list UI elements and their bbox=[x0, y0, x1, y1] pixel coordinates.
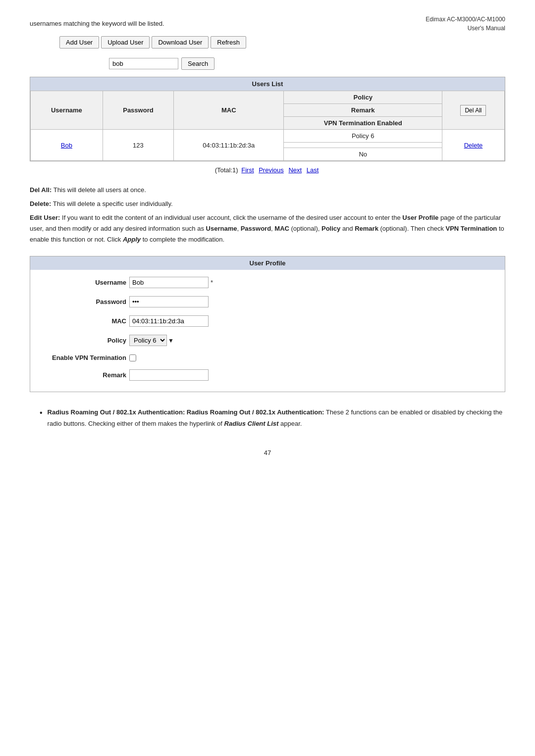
table-row: Bob 123 04:03:11:1b:2d:3a Policy 6 Delet… bbox=[31, 130, 505, 143]
password-bold: Password bbox=[241, 225, 271, 232]
form-row-vpn: Enable VPN Termination bbox=[30, 352, 505, 363]
download-user-button[interactable]: Download User bbox=[152, 36, 209, 49]
password-field[interactable] bbox=[129, 296, 209, 307]
brand-line2: User's Manual bbox=[426, 24, 505, 33]
password-label: Password bbox=[30, 298, 129, 305]
username-bold: Username bbox=[206, 225, 237, 232]
cell-remark bbox=[284, 143, 442, 148]
upload-user-button[interactable]: Upload User bbox=[101, 36, 150, 49]
col-password: Password bbox=[103, 91, 173, 130]
edit-user-label: Edit User: bbox=[30, 214, 60, 221]
radius-label1: Radius Roaming Out / 802.1x Authenticati… bbox=[48, 408, 187, 416]
radius-text2: appear. bbox=[278, 420, 302, 427]
form-row-remark: Remark bbox=[30, 367, 505, 383]
delete-label: Delete: bbox=[30, 200, 51, 207]
search-button[interactable]: Search bbox=[181, 57, 214, 70]
del-all-description: Del All: This will delete all users at o… bbox=[30, 185, 505, 196]
form-row-policy: Policy Policy 6 ▼ bbox=[30, 333, 505, 348]
refresh-button[interactable]: Refresh bbox=[211, 36, 246, 49]
col-vpn: VPN Termination Enabled bbox=[284, 117, 442, 130]
users-list-table: Users List Username Password MAC Policy … bbox=[30, 77, 505, 161]
pagination-next[interactable]: Next bbox=[288, 166, 302, 174]
dropdown-icon: ▼ bbox=[168, 337, 174, 344]
bullet-item-radius: • Radius Roaming Out / 802.1x Authentica… bbox=[40, 407, 505, 429]
user-profile-title: User Profile bbox=[30, 256, 505, 270]
users-list-title: Users List bbox=[30, 77, 505, 91]
edit-user-text9: to complete the modification. bbox=[141, 236, 224, 243]
pagination-previous[interactable]: Previous bbox=[259, 166, 284, 174]
mac-field[interactable] bbox=[129, 315, 209, 327]
pagination: (Total:1) First Previous Next Last bbox=[30, 166, 505, 174]
brand-line1: Edimax AC-M3000/AC-M1000 bbox=[426, 15, 505, 24]
col-remark: Remark bbox=[284, 104, 442, 117]
form-row-password: Password bbox=[30, 294, 505, 309]
cell-password: 123 bbox=[103, 130, 173, 161]
edit-user-description: Edit User: If you want to edit the conte… bbox=[30, 212, 505, 245]
search-row: Search bbox=[30, 57, 505, 70]
cell-mac: 04:03:11:1b:2d:3a bbox=[174, 130, 284, 161]
delete-text: This will delete a specific user individ… bbox=[53, 200, 173, 207]
description-block: Del All: This will delete all users at o… bbox=[30, 185, 505, 245]
add-user-button[interactable]: Add User bbox=[59, 36, 99, 49]
remark-bold: Remark bbox=[355, 225, 378, 232]
search-input[interactable] bbox=[109, 58, 178, 69]
cell-policy: Policy 6 bbox=[284, 130, 442, 143]
del-all-button[interactable]: Del All bbox=[460, 105, 486, 116]
col-mac: MAC bbox=[174, 91, 284, 130]
vpn-bold: VPN Termination bbox=[446, 225, 497, 232]
edit-user-text3: , bbox=[237, 225, 240, 232]
cell-username: Bob bbox=[31, 130, 103, 161]
del-all-header: Del All bbox=[442, 91, 504, 130]
brand-header: Edimax AC-M3000/AC-M1000 User's Manual bbox=[426, 15, 505, 33]
page-number: 47 bbox=[30, 449, 505, 456]
delete-description: Delete: This will delete a specific user… bbox=[30, 199, 505, 209]
cell-vpn: No bbox=[284, 148, 442, 161]
mac-bold: MAC bbox=[274, 225, 289, 232]
col-policy: Policy bbox=[284, 91, 442, 104]
edit-user-text5: (optional), bbox=[289, 225, 321, 232]
bullet-section: • Radius Roaming Out / 802.1x Authentica… bbox=[30, 407, 505, 429]
del-all-label: Del All: bbox=[30, 186, 52, 194]
vpn-label: Enable VPN Termination bbox=[30, 354, 129, 361]
vpn-checkbox[interactable] bbox=[129, 354, 136, 361]
username-required: * bbox=[211, 279, 213, 286]
pagination-first[interactable]: First bbox=[241, 166, 254, 174]
form-row-mac: MAC bbox=[30, 313, 505, 329]
bullet-dot: • bbox=[40, 407, 43, 419]
pagination-last[interactable]: Last bbox=[307, 166, 319, 174]
username-field[interactable] bbox=[129, 277, 209, 288]
user-profile-form: User Profile Username * Password MAC Pol… bbox=[30, 256, 505, 392]
del-all-text: This will delete all users at once. bbox=[54, 186, 146, 194]
form-row-username: Username * bbox=[30, 275, 505, 290]
toolbar: Add User Upload User Download User Refre… bbox=[30, 36, 505, 49]
bullet-text: Radius Roaming Out / 802.1x Authenticati… bbox=[48, 407, 505, 429]
username-label: Username bbox=[30, 279, 129, 286]
remark-field[interactable] bbox=[129, 369, 209, 381]
radius-client-list: Radius Client List bbox=[224, 420, 279, 427]
edit-user-text6: and bbox=[340, 225, 355, 232]
policy-label: Policy bbox=[30, 337, 129, 344]
bob-link[interactable]: Bob bbox=[61, 142, 72, 149]
delete-link[interactable]: Delete bbox=[464, 142, 483, 149]
apply-italic: Apply bbox=[123, 236, 141, 243]
cell-delete: Delete bbox=[442, 130, 504, 161]
col-username: Username bbox=[31, 91, 103, 130]
user-profile-bold: User Profile bbox=[402, 214, 438, 221]
profile-form-body: Username * Password MAC Policy Policy 6 … bbox=[30, 270, 505, 392]
policy-select[interactable]: Policy 6 bbox=[129, 335, 167, 346]
radius-label2: Radius Roaming Out / 802.1x Authenticati… bbox=[187, 408, 324, 416]
pagination-total: (Total:1) bbox=[215, 166, 238, 174]
policy-bold: Policy bbox=[321, 225, 340, 232]
edit-user-text1: If you want to edit the content of an in… bbox=[62, 214, 402, 221]
remark-label: Remark bbox=[30, 371, 129, 379]
edit-user-text7: (optional). Then check bbox=[378, 225, 446, 232]
mac-label: MAC bbox=[30, 317, 129, 325]
